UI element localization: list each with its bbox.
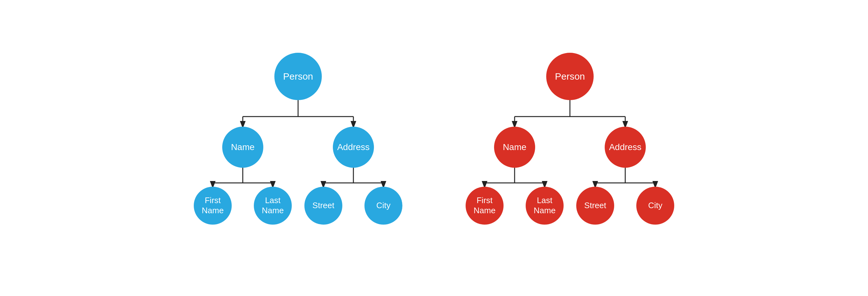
blue-firstname-node: FirstName <box>194 187 232 225</box>
red-person-node: Person <box>546 53 594 100</box>
blue-person-node: Person <box>274 53 322 100</box>
red-city-node: City <box>636 187 674 225</box>
red-lastname-node: LastName <box>526 187 564 225</box>
blue-address-node: Address <box>333 127 374 168</box>
red-street-node: Street <box>576 187 614 225</box>
blue-name-node: Name <box>222 127 263 168</box>
red-address-node: Address <box>605 127 646 168</box>
blue-city-node: City <box>365 187 402 225</box>
blue-street-node: Street <box>304 187 342 225</box>
red-name-node: Name <box>494 127 535 168</box>
red-firstname-node: FirstName <box>466 187 503 225</box>
blue-tree: Person Name Address FirstName LastName S… <box>187 22 409 274</box>
diagrams-container: Person Name Address FirstName LastName S… <box>187 22 681 274</box>
blue-lastname-node: LastName <box>254 187 292 225</box>
red-tree: Person Name Address FirstName LastName S… <box>459 22 681 274</box>
